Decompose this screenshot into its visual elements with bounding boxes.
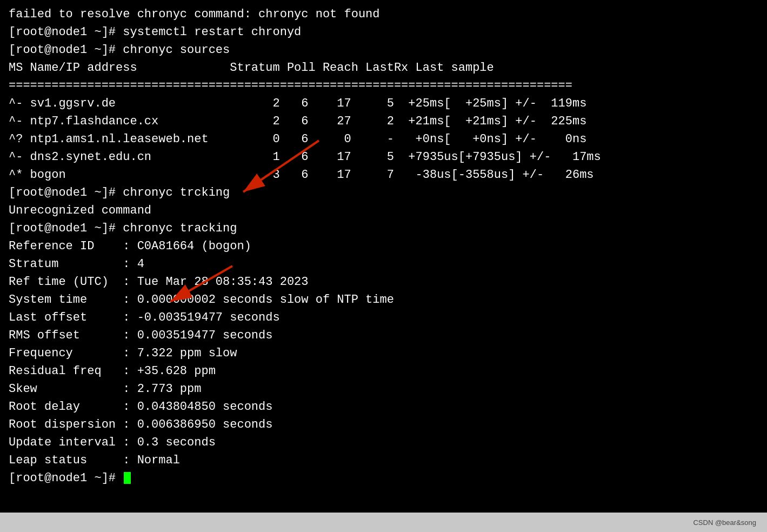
terminal-cursor <box>124 472 131 484</box>
terminal-line-13: [root@node1 ~]# chronyc tracking <box>9 220 758 237</box>
terminal-line-15: Stratum : 4 <box>9 255 758 273</box>
terminal-line-19: RMS offset : 0.003519477 seconds <box>9 327 758 344</box>
terminal-line-6: ^- sv1.ggsrv.de 2 6 17 5 +25ms[ +25ms] +… <box>9 95 758 112</box>
bottom-bar: CSDN @bear&song <box>0 513 767 532</box>
terminal-line-2: [root@node1 ~]# systemctl restart chrony… <box>9 23 758 41</box>
terminal-line-17: System time : 0.000000002 seconds slow o… <box>9 291 758 309</box>
terminal-window: failed to resolve chronyc command: chron… <box>0 0 767 532</box>
bottom-bar-text: CSDN @bear&song <box>693 518 756 527</box>
terminal-line-20: Frequency : 7.322 ppm slow <box>9 344 758 362</box>
terminal-line-26: Leap status : Normal <box>9 451 758 469</box>
terminal-line-24: Root dispersion : 0.006386950 seconds <box>9 416 758 434</box>
terminal-line-23: Root delay : 0.043804850 seconds <box>9 398 758 416</box>
terminal-line-4: MS Name/IP address Stratum Poll Reach La… <box>9 59 758 77</box>
terminal-line-21: Residual freq : +35.628 ppm <box>9 362 758 380</box>
terminal-content: failed to resolve chronyc command: chron… <box>9 5 758 487</box>
terminal-line-5: ========================================… <box>9 77 758 95</box>
terminal-line-18: Last offset : -0.003519477 seconds <box>9 309 758 327</box>
terminal-line-16: Ref time (UTC) : Tue Mar 28 08:35:43 202… <box>9 273 758 291</box>
terminal-line-11: [root@node1 ~]# chronyc trcking <box>9 184 758 202</box>
terminal-line-22: Skew : 2.773 ppm <box>9 380 758 398</box>
terminal-line-7: ^- ntp7.flashdance.cx 2 6 27 2 +21ms[ +2… <box>9 112 758 130</box>
terminal-line-9: ^- dns2.synet.edu.cn 1 6 17 5 +7935us[+7… <box>9 148 758 166</box>
terminal-line-14: Reference ID : C0A81664 (bogon) <box>9 237 758 255</box>
terminal-line-25: Update interval : 0.3 seconds <box>9 434 758 451</box>
terminal-line-3: [root@node1 ~]# chronyc sources <box>9 41 758 59</box>
terminal-line-27: [root@node1 ~]# <box>9 469 758 487</box>
terminal-line-1: failed to resolve chronyc command: chron… <box>9 5 758 23</box>
terminal-line-8: ^? ntp1.ams1.nl.leaseweb.net 0 6 0 - +0n… <box>9 130 758 148</box>
terminal-line-10: ^* bogon 3 6 17 7 -38us[-3558us] +/- 26m… <box>9 166 758 184</box>
terminal-line-12: Unrecognized command <box>9 202 758 220</box>
